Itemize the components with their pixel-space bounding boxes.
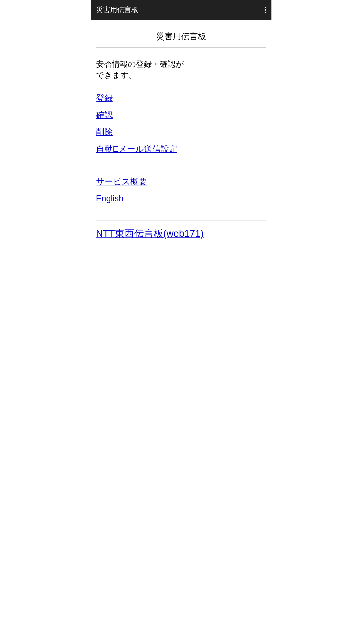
app-bar-title: 災害用伝言板	[96, 5, 138, 15]
menu-dot-2	[265, 9, 266, 10]
register-link[interactable]: 登録	[96, 90, 266, 107]
confirm-link[interactable]: 確認	[96, 107, 266, 124]
app-bar: 災害用伝言板	[91, 0, 272, 20]
ntt-link[interactable]: NTT東西伝言板(web171)	[96, 227, 266, 240]
menu-dot-3	[265, 12, 266, 13]
delete-link[interactable]: 削除	[96, 124, 266, 141]
service-overview-link[interactable]: サービス概要	[96, 173, 266, 190]
more-options-icon[interactable]	[265, 6, 266, 13]
page-wrapper: 災害用伝言板 災害用伝言板 安否情報の登録・確認ができます。 登録 確認 削除 …	[91, 0, 272, 240]
description-text: 安否情報の登録・確認ができます。	[96, 48, 266, 90]
page-title: 災害用伝言板	[96, 26, 266, 48]
english-link[interactable]: English	[96, 190, 266, 207]
auto-email-link[interactable]: 自動Eメール送信設定	[96, 141, 266, 158]
menu-dot-1	[265, 6, 266, 8]
main-content: 災害用伝言板 安否情報の登録・確認ができます。 登録 確認 削除 自動Eメール送…	[91, 20, 272, 220]
footer-section: NTT東西伝言板(web171)	[91, 220, 272, 240]
nav-links-section: 登録 確認 削除 自動Eメール送信設定	[96, 90, 266, 166]
service-section: サービス概要 English	[96, 166, 266, 216]
